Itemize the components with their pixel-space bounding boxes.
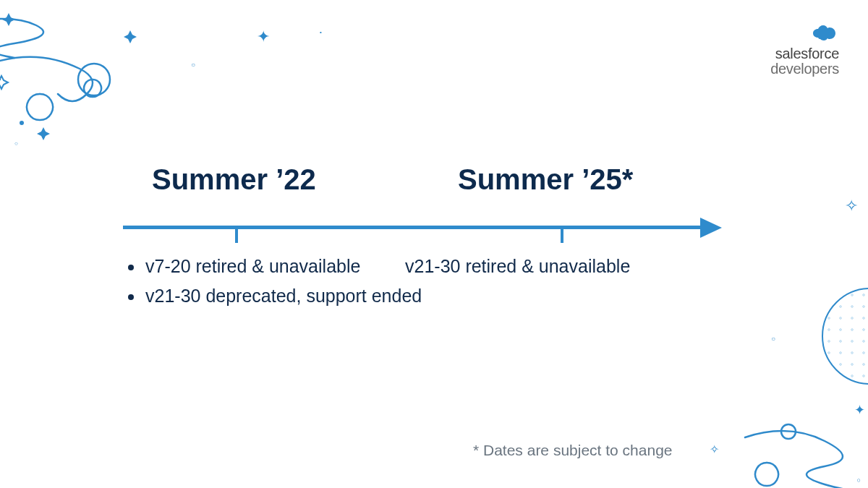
decor-swirl-bottom-right — [665, 343, 868, 488]
arrowhead-icon — [700, 218, 722, 238]
timeline-tick-2 — [561, 226, 563, 243]
footnote: * Dates are subject to change — [473, 442, 673, 459]
svg-point-1 — [20, 121, 24, 125]
milestone-1-details: v7-20 retired & unavailable v21-30 depre… — [127, 252, 422, 312]
decor-swirl-top-left — [0, 7, 188, 152]
milestone-1-bullet: v7-20 retired & unavailable — [144, 252, 422, 281]
decor-sparkle-icon: ✦ — [257, 27, 270, 46]
decor-sparkle-icon: ✧ — [845, 197, 858, 215]
timeline-tick-1 — [235, 226, 238, 243]
brand-logo: salesforce developers — [770, 25, 839, 77]
decor-dot-icon: ○ — [857, 476, 861, 484]
decor-dot-icon: ○ — [771, 335, 775, 343]
decor-dot-icon: ○ — [14, 140, 18, 147]
milestone-2-details: v21-30 retired & unavailable — [405, 252, 630, 281]
decor-sparkle-icon: ✦ — [854, 402, 865, 418]
brand-line1: salesforce — [770, 46, 839, 61]
milestone-heading-2: Summer ’25* — [458, 163, 633, 196]
decor-dot-icon: • — [320, 29, 322, 35]
salesforce-cloud-icon — [812, 25, 838, 42]
decor-dot-icon: ○ — [191, 61, 195, 69]
brand-line2: developers — [770, 61, 839, 77]
decor-sparkle-icon: ✧ — [710, 442, 719, 456]
milestone-heading-1: Summer ’22 — [152, 163, 316, 196]
timeline-arrow — [123, 220, 723, 241]
milestone-1-bullet: v21-30 deprecated, support ended — [144, 281, 422, 311]
